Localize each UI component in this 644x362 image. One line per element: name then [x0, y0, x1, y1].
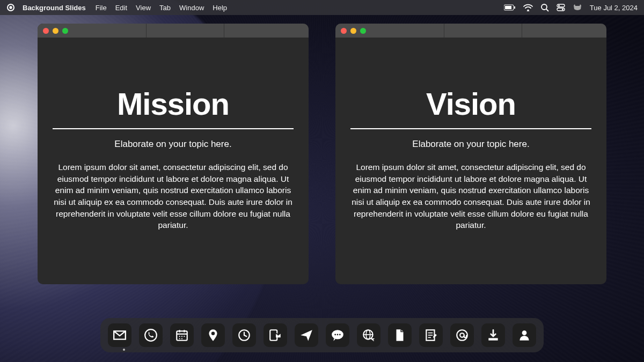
calendar-icon[interactable] — [170, 323, 194, 347]
globe-icon[interactable] — [357, 323, 380, 347]
download-icon[interactable] — [481, 323, 505, 347]
person-icon[interactable] — [513, 323, 536, 347]
svg-point-28 — [339, 334, 341, 336]
at-icon[interactable] — [450, 323, 474, 347]
dock-indicator — [123, 349, 125, 351]
svg-point-36 — [457, 330, 467, 341]
tab-separators — [366, 24, 601, 38]
svg-point-11 — [562, 9, 564, 10]
svg-point-37 — [460, 333, 464, 337]
svg-point-12 — [145, 329, 157, 341]
card-divider — [53, 128, 294, 129]
traffic-lights — [341, 28, 366, 34]
card-paragraph: Lorem ipsum dolor sit amet, consectetur … — [53, 161, 294, 231]
cat-icon[interactable] — [573, 4, 582, 11]
close-icon[interactable] — [341, 28, 347, 34]
maximize-icon[interactable] — [360, 28, 366, 34]
mail-icon[interactable] — [108, 323, 131, 347]
svg-line-7 — [546, 9, 548, 11]
card-subtitle: Elaborate on your topic here. — [53, 139, 294, 150]
search-icon[interactable] — [540, 3, 549, 12]
svg-point-9 — [558, 5, 560, 6]
chat-icon[interactable] — [326, 323, 349, 347]
device-mail-icon[interactable] — [264, 323, 287, 347]
card-subtitle: Elaborate on your topic here. — [350, 139, 591, 150]
phone-icon[interactable] — [139, 323, 163, 347]
minimize-icon[interactable] — [350, 28, 356, 34]
card-mission: Mission Elaborate on your topic here. Lo… — [38, 24, 309, 284]
svg-point-22 — [211, 332, 215, 336]
card-titlebar — [335, 24, 606, 38]
card-title: Vision — [350, 86, 591, 122]
card-paragraph: Lorem ipsum dolor sit amet, consectetur … — [350, 161, 591, 231]
document-icon[interactable] — [388, 323, 412, 347]
cards-container: Mission Elaborate on your topic here. Lo… — [0, 15, 644, 284]
clock-icon[interactable] — [232, 323, 256, 347]
card-titlebar — [38, 24, 309, 38]
svg-point-18 — [181, 336, 182, 337]
dock — [100, 318, 544, 352]
svg-rect-3 — [505, 6, 511, 9]
svg-point-17 — [179, 336, 180, 337]
menubar-date[interactable]: Tue Jul 2, 2024 — [590, 4, 638, 12]
close-icon[interactable] — [43, 28, 49, 34]
menu-file[interactable]: File — [96, 4, 107, 12]
card-divider — [350, 128, 591, 129]
wifi-icon[interactable] — [523, 4, 533, 11]
maximize-icon[interactable] — [62, 28, 68, 34]
svg-rect-4 — [514, 6, 515, 9]
svg-point-21 — [181, 338, 182, 339]
menu-edit[interactable]: Edit — [115, 4, 127, 12]
app-name: Background Slides — [23, 4, 86, 12]
control-center-icon[interactable] — [557, 4, 565, 11]
note-icon[interactable] — [419, 323, 443, 347]
menu-window[interactable]: Window — [179, 4, 204, 12]
location-icon[interactable] — [201, 323, 225, 347]
svg-point-6 — [541, 4, 547, 10]
card-vision: Vision Elaborate on your topic here. Lor… — [335, 24, 606, 284]
card-title: Mission — [53, 86, 294, 122]
menu-view[interactable]: View — [136, 4, 151, 12]
tab-separators — [68, 24, 303, 38]
card-body: Mission Elaborate on your topic here. Lo… — [38, 38, 309, 284]
svg-point-19 — [184, 336, 185, 337]
app-logo-icon — [6, 3, 15, 12]
svg-point-5 — [527, 10, 529, 11]
svg-point-39 — [522, 330, 527, 335]
card-body: Vision Elaborate on your topic here. Lor… — [335, 38, 606, 284]
minimize-icon[interactable] — [53, 28, 58, 34]
svg-point-26 — [334, 334, 336, 336]
svg-point-27 — [337, 334, 339, 336]
menu-tab[interactable]: Tab — [159, 4, 171, 12]
svg-rect-38 — [488, 338, 497, 340]
svg-point-20 — [179, 338, 180, 339]
menubar: Background Slides File Edit View Tab Win… — [0, 0, 644, 15]
traffic-lights — [43, 28, 68, 34]
send-icon[interactable] — [295, 323, 318, 347]
battery-icon[interactable] — [504, 4, 516, 11]
menu-help[interactable]: Help — [213, 4, 227, 12]
svg-point-1 — [9, 6, 12, 9]
